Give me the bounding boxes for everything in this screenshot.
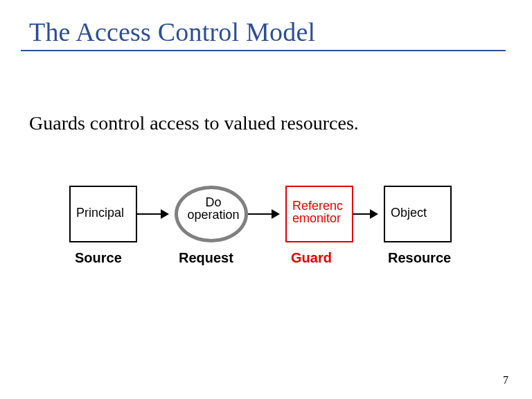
label-guard: Guard (291, 251, 360, 265)
object-text: Object (391, 206, 446, 219)
access-control-diagram: Principal Do operation Referencemonitor … (69, 179, 457, 303)
title-underline (21, 50, 506, 51)
object-node: Object (384, 186, 452, 242)
slide: The Access Control Model Guards control … (0, 0, 532, 399)
operation-text: Do operation (181, 196, 245, 221)
slide-subtitle: Guards control access to valued resource… (29, 112, 359, 134)
reference-monitor-text: Referencemonitor (292, 200, 348, 224)
label-source: Source (75, 251, 144, 265)
arrow-principal-to-operation (137, 213, 168, 215)
label-resource: Resource (388, 251, 457, 265)
label-request: Request (179, 251, 248, 265)
principal-node: Principal (69, 186, 137, 242)
arrow-monitor-to-object (353, 213, 377, 215)
page-number: 7 (503, 374, 508, 387)
arrow-operation-to-monitor (248, 213, 278, 215)
slide-title: The Access Control Model (29, 17, 315, 47)
reference-monitor-node: Referencemonitor (285, 186, 353, 242)
principal-text: Principal (76, 206, 132, 219)
